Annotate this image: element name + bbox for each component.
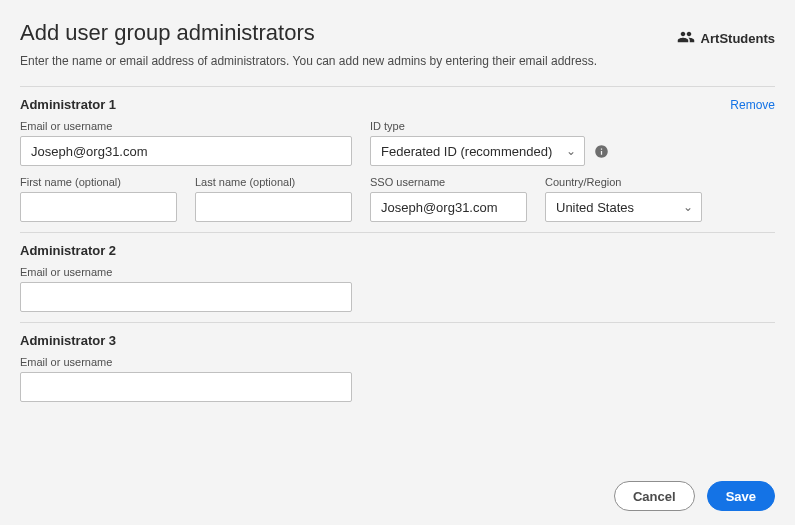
admin-1-first-name-input[interactable] bbox=[20, 192, 177, 222]
save-button[interactable]: Save bbox=[707, 481, 775, 511]
admin-2-title: Administrator 2 bbox=[20, 243, 116, 258]
sso-label: SSO username bbox=[370, 176, 527, 188]
email-label: Email or username bbox=[20, 120, 352, 132]
add-admin-dialog: Add user group administrators ArtStudent… bbox=[0, 0, 795, 402]
info-icon[interactable] bbox=[593, 143, 609, 159]
group-badge: ArtStudents bbox=[677, 28, 775, 49]
last-name-label: Last name (optional) bbox=[195, 176, 352, 188]
country-value: United States bbox=[556, 200, 634, 215]
group-name: ArtStudents bbox=[701, 31, 775, 46]
admin-1-last-name-input[interactable] bbox=[195, 192, 352, 222]
admin-1-country-select[interactable]: United States ⌄ bbox=[545, 192, 702, 222]
cancel-button[interactable]: Cancel bbox=[614, 481, 695, 511]
dialog-header: Add user group administrators ArtStudent… bbox=[20, 20, 775, 54]
admin-1-sso-input[interactable] bbox=[370, 192, 527, 222]
admin-section-1: Administrator 1 Remove Email or username… bbox=[20, 86, 775, 222]
admin-1-email-input[interactable] bbox=[20, 136, 352, 166]
email-label-2: Email or username bbox=[20, 266, 352, 278]
email-label-3: Email or username bbox=[20, 356, 352, 368]
admin-1-title: Administrator 1 bbox=[20, 97, 116, 112]
id-type-label: ID type bbox=[370, 120, 775, 132]
users-icon bbox=[677, 28, 695, 49]
admin-1-id-type-select[interactable]: Federated ID (recommended) ⌄ bbox=[370, 136, 585, 166]
admin-section-2: Administrator 2 Email or username bbox=[20, 232, 775, 312]
country-label: Country/Region bbox=[545, 176, 702, 188]
dialog-subtitle: Enter the name or email address of admin… bbox=[20, 54, 775, 68]
remove-admin-1-link[interactable]: Remove bbox=[730, 98, 775, 112]
dialog-footer: Cancel Save bbox=[614, 481, 775, 511]
id-type-value: Federated ID (recommended) bbox=[381, 144, 552, 159]
first-name-label: First name (optional) bbox=[20, 176, 177, 188]
admin-section-3: Administrator 3 Email or username bbox=[20, 322, 775, 402]
chevron-down-icon: ⌄ bbox=[566, 144, 576, 158]
chevron-down-icon: ⌄ bbox=[683, 200, 693, 214]
admin-3-title: Administrator 3 bbox=[20, 333, 116, 348]
dialog-title: Add user group administrators bbox=[20, 20, 315, 46]
admin-2-email-input[interactable] bbox=[20, 282, 352, 312]
admin-3-email-input[interactable] bbox=[20, 372, 352, 402]
